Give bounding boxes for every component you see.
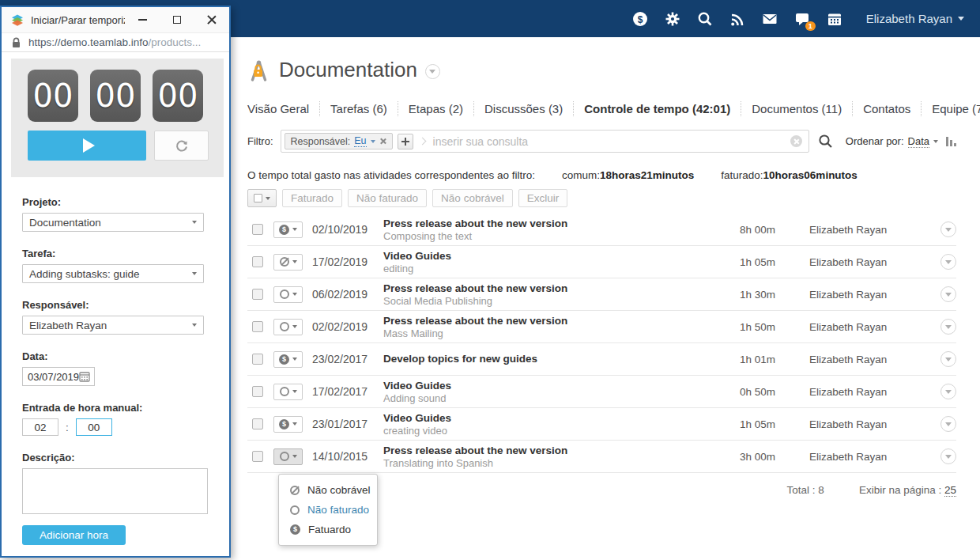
remove-filter-icon[interactable] — [379, 138, 386, 145]
filter-chip-responsavel[interactable]: Responsável: Eu — [285, 133, 393, 149]
mail-icon[interactable] — [762, 11, 778, 27]
row-checkbox[interactable] — [252, 321, 263, 332]
row-task-title[interactable]: Press release about the new version — [383, 445, 727, 457]
tab-etapas-2-[interactable]: Etapas (2) — [398, 101, 473, 116]
row-status-dropdown-button[interactable] — [273, 286, 303, 303]
row-checkbox[interactable] — [252, 451, 263, 462]
row-checkbox[interactable] — [252, 386, 263, 397]
calendar-icon[interactable] — [827, 11, 842, 27]
sort-value[interactable]: Data — [908, 135, 929, 148]
minutes-input[interactable]: 00 — [76, 418, 112, 436]
minimize-button[interactable] — [125, 7, 160, 32]
row-checkbox[interactable] — [252, 418, 263, 429]
payments-icon[interactable]: $ — [632, 11, 648, 27]
row-actions-button[interactable] — [940, 416, 956, 432]
tab-documentos-11-[interactable]: Documentos (11) — [741, 101, 852, 116]
bulk-button-faturado[interactable]: Faturado — [282, 189, 342, 207]
row-actions-button[interactable] — [940, 221, 956, 237]
filter-search-placeholder[interactable]: inserir sua consulta — [433, 135, 786, 148]
user-menu[interactable]: Elizabeth Rayan — [866, 12, 964, 25]
row-status-dropdown-button[interactable] — [273, 448, 303, 465]
filter-chip-value[interactable]: Eu — [354, 135, 366, 147]
row-task-title[interactable]: Video Guides — [383, 412, 727, 425]
row-checkbox[interactable] — [252, 289, 263, 300]
select-all-checkbox[interactable] — [254, 194, 262, 202]
row-actions-button[interactable] — [940, 351, 956, 367]
row-actions-button[interactable] — [940, 286, 956, 302]
tab-discuss-es-3-[interactable]: Discussões (3) — [473, 101, 573, 116]
tab-tarefas-6-[interactable]: Tarefas (6) — [319, 101, 398, 116]
row-status-dropdown-button[interactable] — [273, 384, 303, 400]
row-task-title[interactable]: Video Guides — [383, 250, 727, 263]
bulk-button-n-o-faturado[interactable]: Não faturado — [348, 189, 427, 207]
reset-timer-button[interactable] — [154, 131, 209, 161]
row-checkbox[interactable] — [252, 224, 263, 235]
description-textarea[interactable] — [22, 468, 208, 514]
row-person[interactable]: Elizabeth Rayan — [809, 354, 940, 365]
row-person[interactable]: Elizabeth Rayan — [809, 256, 940, 268]
row-person[interactable]: Elizabeth Rayan — [809, 418, 940, 430]
clear-filter-icon[interactable] — [790, 135, 802, 147]
page-title-dropdown-button[interactable] — [425, 64, 440, 79]
popup-title-bar[interactable]: Iniciar/Parar temporiz... — [2, 7, 229, 32]
row-task-title[interactable]: Develop topics for new guides — [383, 353, 727, 365]
calendar-picker-icon[interactable] — [79, 371, 90, 382]
row-status-dropdown-button[interactable]: $ — [273, 351, 303, 368]
row-duration: 1h 05m — [727, 418, 782, 430]
tab-equipe-7-[interactable]: Equipe (7) — [921, 101, 980, 116]
tab-controle-de-tempo-42-01-[interactable]: Controle de tempo (42:01) — [573, 101, 741, 116]
row-date: 06/02/2019 — [312, 288, 369, 301]
row-actions-button[interactable] — [940, 448, 956, 464]
bulk-button-excluir[interactable]: Excluir — [518, 189, 568, 207]
add-filter-button[interactable] — [398, 134, 413, 149]
start-timer-button[interactable] — [28, 131, 146, 161]
task-select[interactable]: Adding subtasks: guide — [22, 264, 204, 283]
menu-item-fatuardo[interactable]: $Fatuardo — [279, 520, 377, 539]
project-select[interactable]: Documentation — [22, 213, 204, 232]
row-task-title[interactable]: Video Guides — [383, 380, 727, 392]
row-task-title[interactable]: Press release about the new version — [383, 315, 727, 327]
select-all-dropdown-button[interactable] — [247, 189, 277, 207]
chevron-down-icon — [945, 228, 952, 232]
hours-input[interactable]: 02 — [22, 418, 58, 436]
row-task-title[interactable]: Press release about the new version — [383, 282, 727, 295]
close-button[interactable] — [194, 7, 229, 32]
row-actions-button[interactable] — [940, 254, 956, 270]
filter-input-box[interactable]: Responsável: Eu inserir sua consulta — [281, 130, 809, 153]
tab-contatos[interactable]: Contatos — [852, 101, 921, 116]
search-submit-icon[interactable] — [818, 134, 833, 149]
feed-icon[interactable] — [729, 11, 745, 27]
row-status-dropdown-button[interactable] — [273, 319, 303, 335]
tab-vis-o-geral[interactable]: Visão Geral — [247, 101, 319, 116]
sort-direction-icon[interactable] — [946, 137, 956, 146]
time-entry-row: 17/02/2017 Video Guides Adding sound 0h … — [247, 376, 956, 408]
chat-unread-badge: 1 — [805, 21, 816, 31]
date-input[interactable]: 03/07/2019 — [22, 367, 95, 386]
talk-chat-icon[interactable]: 1 — [794, 11, 810, 27]
row-person[interactable]: Elizabeth Rayan — [809, 386, 940, 398]
add-time-button[interactable]: Adicionar hora — [22, 525, 126, 545]
row-checkbox[interactable] — [252, 256, 263, 267]
responsible-select[interactable]: Elizabeth Rayan — [22, 316, 204, 335]
billed-icon: $ — [290, 524, 300, 535]
popup-url-bar[interactable]: https://demo.teamlab.info/products... — [2, 32, 229, 52]
row-person[interactable]: Elizabeth Rayan — [809, 289, 940, 301]
menu-item-n-o-faturado[interactable]: Não faturado — [279, 500, 377, 520]
row-actions-button[interactable] — [940, 384, 956, 399]
row-checkbox[interactable] — [252, 354, 263, 365]
row-actions-button[interactable] — [940, 319, 956, 335]
row-duration: 0h 50m — [727, 386, 782, 398]
maximize-button[interactable] — [160, 7, 194, 32]
row-status-dropdown-button[interactable] — [273, 254, 303, 271]
row-person[interactable]: Elizabeth Rayan — [809, 451, 940, 463]
row-person[interactable]: Elizabeth Rayan — [809, 224, 940, 236]
row-status-dropdown-button[interactable]: $ — [273, 416, 303, 433]
search-icon[interactable] — [697, 11, 713, 27]
bulk-button-n-o-cobr-vel[interactable]: Não cobrável — [432, 189, 513, 207]
settings-gear-icon[interactable] — [665, 11, 680, 27]
per-page-value[interactable]: 25 — [944, 484, 956, 497]
row-person[interactable]: Elizabeth Rayan — [809, 321, 940, 333]
menu-item-n-o-cobr-vel[interactable]: Não cobrável — [279, 480, 377, 500]
row-task-title[interactable]: Press release about the new version — [383, 218, 727, 230]
row-status-dropdown-button[interactable]: $ — [273, 221, 303, 238]
